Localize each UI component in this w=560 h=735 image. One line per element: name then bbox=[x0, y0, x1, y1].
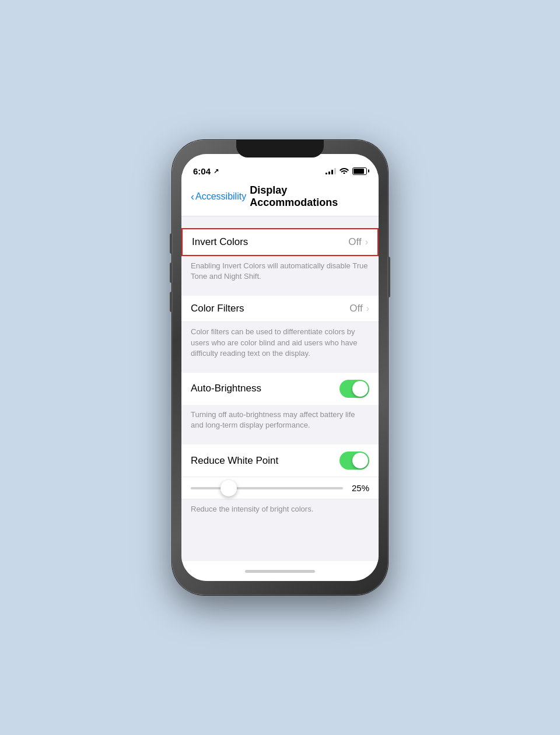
invert-colors-label: Invert Colors bbox=[192, 236, 348, 248]
white-point-slider-track[interactable] bbox=[191, 487, 343, 489]
auto-brightness-toggle[interactable] bbox=[340, 380, 369, 398]
back-chevron-icon: ‹ bbox=[191, 191, 194, 202]
wifi-icon bbox=[340, 166, 349, 176]
back-label: Accessibility bbox=[195, 191, 246, 202]
battery-fill bbox=[354, 169, 364, 174]
white-point-slider-value: 25% bbox=[349, 483, 369, 493]
reduce-white-point-toggle-knob bbox=[352, 453, 368, 468]
location-icon: ↗ bbox=[214, 167, 219, 175]
phone-device: 6:04 ↗ bbox=[172, 140, 388, 595]
settings-content: Invert Colors Off › Enabling Invert Colo… bbox=[181, 216, 379, 561]
color-filters-row[interactable]: Color Filters Off › bbox=[181, 296, 379, 322]
white-point-slider-row[interactable]: 25% bbox=[181, 477, 379, 499]
auto-brightness-description: Turning off auto-brightness may affect b… bbox=[181, 405, 379, 433]
status-bar: 6:04 ↗ bbox=[181, 154, 379, 180]
status-icons bbox=[326, 166, 367, 176]
color-filters-description: Color filters can be used to differentia… bbox=[181, 322, 379, 361]
invert-colors-description: Enabling Invert Colors will automaticall… bbox=[181, 256, 379, 284]
status-time: 6:04 ↗ bbox=[193, 166, 219, 176]
white-point-slider-thumb[interactable] bbox=[220, 480, 237, 496]
auto-brightness-label: Auto-Brightness bbox=[191, 383, 340, 394]
color-filters-label: Color Filters bbox=[191, 303, 349, 314]
section-gap-3 bbox=[181, 361, 379, 373]
reduce-white-point-description: Reduce the intensity of bright colors. bbox=[181, 499, 379, 517]
reduce-white-point-row[interactable]: Reduce White Point bbox=[181, 444, 379, 477]
auto-brightness-toggle-knob bbox=[352, 381, 368, 397]
nav-title-row: ‹ Accessibility Display Accommodations bbox=[191, 184, 369, 209]
back-button[interactable]: ‹ Accessibility bbox=[191, 191, 246, 202]
reduce-white-point-toggle[interactable] bbox=[340, 452, 369, 470]
home-indicator bbox=[181, 561, 379, 581]
battery-icon bbox=[352, 167, 367, 175]
home-bar bbox=[245, 570, 315, 573]
section-gap-1 bbox=[181, 216, 379, 228]
color-filters-chevron-icon: › bbox=[366, 303, 369, 314]
color-filters-value: Off bbox=[349, 303, 362, 314]
section-gap-2 bbox=[181, 284, 379, 296]
time-label: 6:04 bbox=[193, 166, 211, 176]
page-title: Display Accommodations bbox=[250, 184, 369, 209]
reduce-white-point-label: Reduce White Point bbox=[191, 455, 340, 467]
signal-icon bbox=[326, 167, 336, 174]
phone-screen: 6:04 ↗ bbox=[181, 154, 379, 581]
invert-colors-value: Off bbox=[348, 236, 361, 248]
auto-brightness-row[interactable]: Auto-Brightness bbox=[181, 373, 379, 405]
nav-bar: ‹ Accessibility Display Accommodations bbox=[181, 180, 379, 216]
invert-colors-row[interactable]: Invert Colors Off › bbox=[181, 228, 379, 256]
section-gap-4 bbox=[181, 433, 379, 444]
invert-colors-chevron-icon: › bbox=[365, 237, 368, 247]
phone-notch bbox=[236, 140, 324, 158]
